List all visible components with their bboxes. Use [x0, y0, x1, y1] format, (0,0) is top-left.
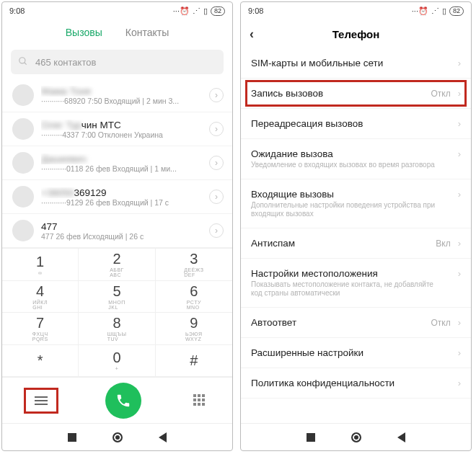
settings-list: SIM-карты и мобильные сети›Запись вызово…: [241, 48, 471, 423]
settings-row[interactable]: Запись вызововОткл›: [241, 79, 471, 109]
dialpad-key-5[interactable]: 5МНОПJKL: [79, 281, 155, 313]
call-log-row[interactable]: Мама Тоня···········68920 7:50 Входящий …: [2, 79, 232, 112]
signal-icon: ▯: [442, 6, 446, 16]
settings-row[interactable]: Расширенные настройки›: [241, 338, 471, 368]
alarm-icon: ···⏰: [173, 6, 190, 16]
settings-description: Дополнительные настройки поведения устро…: [251, 201, 444, 218]
settings-title-bar: ‹ Телефон: [241, 19, 471, 48]
settings-row[interactable]: Переадресация вызовов›: [241, 109, 471, 139]
dialpad-key-#[interactable]: #: [156, 345, 232, 378]
dialpad-key-4[interactable]: 4ИЙКЛGHI: [2, 281, 79, 313]
contact-avatar: [12, 220, 34, 241]
settings-label: Антиспам: [251, 238, 436, 249]
phone-tabs: Вызовы Контакты: [2, 19, 232, 45]
dialpad-key-8[interactable]: 8ШЩЪЫTUV: [79, 313, 155, 345]
settings-row[interactable]: Входящие вызовы›Дополнительные настройки…: [241, 179, 471, 228]
dialpad-key-*[interactable]: *: [2, 345, 79, 378]
settings-label: Ожидание вызова: [251, 148, 458, 159]
call-log-row[interactable]: Дашкевич············0118 26 фев Входящий…: [2, 146, 232, 180]
settings-label: Входящие вызовы: [251, 189, 458, 200]
status-bar: 9:08 ···⏰ ⋰ ▯ 82: [2, 2, 232, 19]
settings-row[interactable]: Политика конфиденциальности›: [241, 368, 471, 399]
search-placeholder: 465 контактов: [35, 57, 96, 68]
settings-label: Автоответ: [251, 317, 431, 328]
call-info: Мама Тоня···········68920 7:50 Входящий …: [41, 86, 202, 105]
nav-back[interactable]: [397, 432, 405, 442]
dialpad-key-9[interactable]: 9ЬЭЮЯWXYZ: [156, 313, 232, 345]
call-log-row[interactable]: 477477 26 фев Исходящий | 26 с›: [2, 214, 232, 248]
chevron-right-icon: ›: [458, 88, 461, 99]
dialpad-key-6[interactable]: 6РСТУMNO: [156, 281, 232, 313]
settings-value: Вкл: [436, 239, 450, 249]
status-icons: ···⏰ ⋰ ▯ 82: [173, 6, 225, 16]
details-button[interactable]: ›: [209, 156, 224, 170]
call-info: Олег Турчин МТС··········4337 7:00 Откло…: [41, 120, 202, 139]
battery-icon: 82: [211, 6, 225, 16]
details-button[interactable]: ›: [209, 122, 224, 136]
call-info: +38050369129············9129 26 фев Вход…: [41, 187, 202, 207]
contact-avatar: [12, 186, 34, 208]
search-input[interactable]: 465 контактов: [11, 50, 224, 74]
chevron-right-icon: ›: [458, 317, 461, 328]
details-button[interactable]: ›: [209, 190, 224, 204]
call-info: 477477 26 фев Исходящий | 26 с: [41, 221, 202, 241]
details-button[interactable]: ›: [209, 223, 224, 238]
chevron-right-icon: ›: [458, 148, 461, 159]
nav-back[interactable]: [159, 432, 167, 442]
nav-home[interactable]: [113, 432, 123, 442]
phone-dialer-screen: 9:08 ···⏰ ⋰ ▯ 82 Вызовы Контакты 465 кон…: [1, 1, 233, 451]
settings-label: Настройки местоположения: [251, 268, 458, 279]
contact-avatar: [12, 118, 34, 140]
settings-row[interactable]: АвтоответОткл›: [241, 308, 471, 338]
settings-label: Запись вызовов: [251, 88, 431, 99]
status-time: 9:08: [9, 6, 25, 15]
chevron-right-icon: ›: [458, 58, 461, 68]
chevron-right-icon: ›: [458, 118, 461, 129]
settings-description: Уведомление о входящих вызовах во время …: [251, 161, 444, 169]
settings-description: Показывать местоположение контакта, не д…: [251, 280, 444, 298]
call-log-row[interactable]: +38050369129············9129 26 фев Вход…: [2, 180, 232, 214]
signal-icon: ▯: [203, 6, 208, 16]
settings-label: SIM-карты и мобильные сети: [251, 58, 458, 68]
settings-value: Откл: [431, 89, 450, 99]
status-bar: 9:08 ···⏰ ⋰ ▯ 82: [241, 2, 471, 19]
settings-row[interactable]: АнтиспамВкл›: [241, 228, 471, 259]
call-log-list: Мама Тоня···········68920 7:50 Входящий …: [2, 79, 232, 248]
dialpad-key-2[interactable]: 2АБВГABC: [79, 249, 155, 281]
highlight-box: [24, 388, 58, 414]
svg-line-1: [25, 62, 27, 64]
search-icon: [18, 56, 28, 68]
android-nav-bar: [241, 423, 471, 450]
dialpad-key-1[interactable]: 1∞: [2, 249, 79, 281]
contact-avatar: [12, 152, 34, 174]
settings-row[interactable]: Ожидание вызова›Уведомление о входящих в…: [241, 139, 471, 179]
settings-value: Откл: [431, 318, 450, 328]
nav-recents[interactable]: [68, 433, 76, 442]
chevron-right-icon: ›: [458, 347, 461, 358]
call-log-row[interactable]: Олег Турчин МТС··········4337 7:00 Откло…: [2, 112, 232, 146]
menu-button[interactable]: [28, 390, 54, 411]
dialpad: 1∞2АБВГABC3ДЕЁЖЗDEF4ИЙКЛGHI5МНОПJKL6РСТУ…: [2, 248, 232, 377]
settings-row[interactable]: Настройки местоположения›Показывать мест…: [241, 259, 471, 308]
chevron-right-icon: ›: [458, 238, 461, 249]
keypad-icon: [193, 394, 206, 407]
nav-home[interactable]: [351, 432, 361, 442]
tab-calls[interactable]: Вызовы: [66, 27, 102, 38]
page-title: Телефон: [332, 28, 380, 40]
chevron-right-icon: ›: [458, 378, 461, 388]
dialpad-key-3[interactable]: 3ДЕЁЖЗDEF: [156, 249, 232, 281]
tab-contacts[interactable]: Контакты: [125, 27, 169, 38]
dialpad-toggle-button[interactable]: [193, 394, 206, 407]
settings-label: Политика конфиденциальности: [251, 378, 458, 388]
nav-recents[interactable]: [307, 433, 315, 442]
settings-row[interactable]: SIM-карты и мобильные сети›: [241, 48, 471, 79]
phone-settings-screen: 9:08 ···⏰ ⋰ ▯ 82 ‹ Телефон SIM-карты и м…: [240, 1, 472, 451]
back-button[interactable]: ‹: [250, 27, 254, 42]
call-button[interactable]: [105, 383, 141, 419]
wifi-icon: ⋰: [431, 6, 439, 16]
dialpad-key-7[interactable]: 7ФХЦЧPQRS: [2, 313, 79, 345]
dialpad-key-0[interactable]: 0+: [79, 345, 155, 378]
details-button[interactable]: ›: [209, 88, 224, 102]
settings-label: Расширенные настройки: [251, 347, 458, 358]
contact-avatar: [12, 84, 34, 106]
